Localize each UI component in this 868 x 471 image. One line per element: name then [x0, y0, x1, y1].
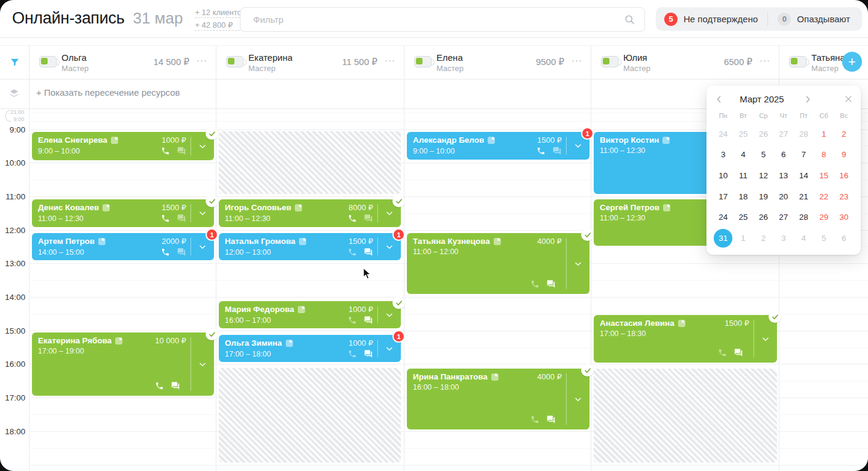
unconfirmed-badge[interactable]: 5 Не подтверждено: [664, 13, 758, 26]
calendar-day[interactable]: 27: [773, 207, 793, 228]
phone-icon: [161, 146, 170, 155]
calendar-day[interactable]: 13: [773, 165, 793, 186]
calendar-day[interactable]: 5: [814, 228, 834, 249]
calendar-day[interactable]: 25: [733, 123, 753, 145]
event-card[interactable]: Екатерина Рябова10 000 ₽ 17:00 – 19:00: [32, 332, 214, 396]
calendar-day[interactable]: 2: [834, 123, 854, 145]
collapsed-end-label: 9:00: [0, 116, 24, 122]
phone-icon: [348, 349, 357, 358]
show-intersection-link[interactable]: + Показать пересечение ресурсов: [36, 87, 180, 98]
event-expand-button[interactable]: [198, 243, 207, 251]
calendar-next-icon[interactable]: [803, 95, 813, 104]
calendar-day[interactable]: 27: [773, 123, 793, 145]
calendar-day[interactable]: 11: [733, 165, 753, 186]
filter-input[interactable]: [240, 7, 645, 32]
calendar-day[interactable]: 30: [834, 207, 854, 228]
event-card[interactable]: Елена Снегирева1000 ₽ 9:00 – 10:00: [32, 132, 214, 160]
calendar-day[interactable]: 23: [834, 186, 854, 207]
note-icon: [298, 306, 305, 313]
event-card[interactable]: Артем Петров2000 ₽ 14:00 – 15:00 1: [32, 233, 214, 260]
calendar-day[interactable]: 26: [753, 123, 773, 145]
calendar-day[interactable]: 10: [713, 165, 733, 186]
search-icon: [624, 14, 635, 28]
event-expand-button[interactable]: [198, 360, 207, 369]
calendar-day[interactable]: 24: [713, 123, 733, 145]
calendar-day[interactable]: 20: [773, 186, 793, 207]
event-expand-button[interactable]: [385, 345, 394, 353]
calendar-day[interactable]: 5: [753, 145, 773, 166]
resource-menu-icon[interactable]: ···: [385, 55, 395, 65]
calendar-day[interactable]: 12: [753, 165, 773, 186]
revenue-delta[interactable]: + 42 800 ₽: [195, 20, 245, 31]
calendar-day[interactable]: 2: [753, 228, 773, 249]
event-card[interactable]: Александр Белов1500 ₽ 9:00 – 10:00 1: [407, 132, 590, 160]
add-resource-button[interactable]: +: [842, 52, 862, 72]
resource-column-header[interactable]: Елена Мастер 9500 ₽ ···: [404, 45, 591, 79]
resource-column-header[interactable]: Юлия Мастер 6500 ₽ ···: [591, 45, 779, 79]
event-expand-button[interactable]: [385, 209, 394, 217]
event-expand-button[interactable]: [385, 311, 394, 319]
filter-funnel-icon[interactable]: [10, 57, 20, 70]
chat-icon: [552, 146, 562, 155]
event-card[interactable]: Денис Ковалев1500 ₽ 11:00 – 12:30: [32, 199, 214, 227]
calendar-day[interactable]: 14: [794, 165, 814, 186]
calendar-day[interactable]: 16: [834, 165, 854, 186]
calendar-day[interactable]: 28: [794, 207, 814, 228]
late-badge[interactable]: 0 Опаздывают: [778, 13, 850, 26]
event-expand-button[interactable]: [198, 142, 207, 151]
confirmed-badge: [581, 228, 594, 241]
resource-menu-icon[interactable]: ···: [760, 55, 770, 65]
event-price: 1000 ₽: [344, 305, 373, 314]
event-card[interactable]: Игорь Соловьев8000 ₽ 11:00 – 12:30: [219, 199, 401, 227]
event-card[interactable]: Ирина Панкратова4000 ₽ 16:00 – 18:00: [407, 369, 590, 429]
calendar-day[interactable]: 7: [794, 145, 814, 166]
confirmed-badge: [392, 296, 405, 309]
calendar-day[interactable]: 9: [834, 145, 854, 166]
calendar-day[interactable]: 1: [814, 123, 834, 145]
calendar-day[interactable]: 17: [713, 186, 733, 207]
calendar-day[interactable]: 19: [753, 186, 773, 207]
event-time: 16:00 – 18:00: [413, 383, 459, 391]
calendar-close-icon[interactable]: [844, 95, 853, 104]
confirmed-badge: [392, 195, 405, 207]
time-label: 14:00: [0, 293, 25, 302]
calendar-day[interactable]: 24: [713, 207, 733, 228]
resource-menu-icon[interactable]: ···: [571, 55, 582, 65]
calendar-day[interactable]: 25: [733, 207, 753, 228]
calendar-day[interactable]: 21: [794, 186, 814, 207]
event-expand-button[interactable]: [574, 142, 582, 150]
event-expand-button[interactable]: [574, 395, 582, 404]
clients-delta[interactable]: + 12 клиентов: [195, 7, 245, 18]
calendar-day[interactable]: 26: [753, 207, 773, 228]
calendar-day[interactable]: 18: [733, 186, 753, 207]
calendar-day[interactable]: 8: [814, 145, 834, 166]
calendar-day[interactable]: 28: [794, 123, 814, 145]
calendar-day[interactable]: 3: [773, 228, 793, 249]
event-card[interactable]: Наталья Громова1500 ₽ 12:00 – 13:00 1: [219, 233, 401, 260]
calendar-day[interactable]: 29: [814, 207, 834, 228]
calendar-day[interactable]: 6: [773, 145, 793, 166]
event-expand-button[interactable]: [385, 243, 394, 251]
event-expand-button[interactable]: [761, 335, 770, 343]
event-card[interactable]: Ольга Зимина1000 ₽ 17:00 – 18:00 1: [219, 335, 401, 362]
resource-menu-icon[interactable]: ···: [197, 55, 207, 65]
calendar-day[interactable]: 3: [713, 145, 733, 166]
calendar-prev-icon[interactable]: [714, 95, 724, 104]
calendar-day[interactable]: 4: [794, 228, 814, 249]
calendar-day[interactable]: 6: [834, 228, 854, 249]
layers-icon[interactable]: [8, 88, 20, 101]
calendar-day[interactable]: 4: [733, 145, 753, 166]
event-expand-button[interactable]: [198, 209, 207, 217]
calendar-day[interactable]: 31: [713, 228, 733, 249]
resource-column-header[interactable]: Ольга Мастер 14 500 ₽ ···: [29, 45, 216, 79]
calendar-day[interactable]: 1: [733, 228, 753, 249]
event-card[interactable]: Татьяна Кузнецова4000 ₽ 11:00 – 12:00: [407, 233, 590, 294]
event-expand-button[interactable]: [574, 260, 582, 268]
calendar-day[interactable]: 15: [814, 165, 834, 186]
header-date[interactable]: 31 мар: [133, 9, 183, 28]
event-card[interactable]: Анастасия Левина1500 ₽ 17:00 – 18:30: [594, 315, 777, 363]
resource-column-header[interactable]: Екатерина Мастер 11 500 ₽ ···: [216, 45, 404, 79]
chat-icon: [546, 279, 556, 289]
calendar-day[interactable]: 22: [814, 186, 834, 207]
event-card[interactable]: Мария Федорова1000 ₽ 16:00 – 17:00: [219, 301, 401, 328]
